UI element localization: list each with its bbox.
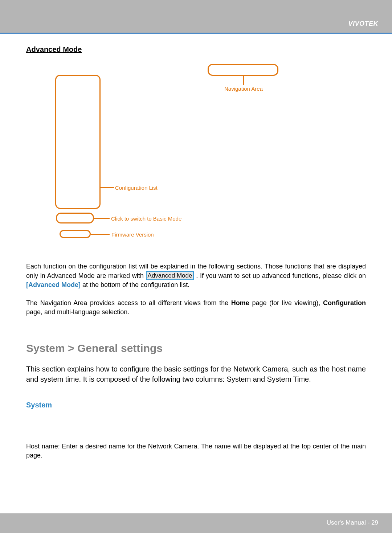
- nav-area-label: Navigation Area: [224, 86, 263, 92]
- hostname-paragraph: Host name: Enter a desired name for the …: [26, 442, 366, 460]
- interface-diagram: Navigation Area Configuration List Click…: [26, 60, 366, 260]
- home-bold: Home: [231, 299, 249, 307]
- brand-logo: VIVOTEK: [348, 20, 378, 28]
- hostname-text: : Enter a desired name for the Network C…: [26, 443, 366, 459]
- hostname-label: Host name: [26, 443, 58, 450]
- config-callout-line: [101, 187, 114, 188]
- basic-mode-box: [56, 213, 94, 223]
- footer-band: User's Manual - 29: [0, 513, 392, 533]
- basic-mode-label: Click to switch to Basic Mode: [111, 216, 181, 222]
- section-heading-system: System > General settings: [26, 342, 366, 354]
- config-list-box: [55, 75, 101, 209]
- para2-text-a: The Navigation Area provides access to a…: [26, 299, 231, 307]
- advanced-mode-badge: Advanced Mode: [146, 271, 194, 280]
- firmware-callout-line: [91, 234, 110, 235]
- page-content: Advanced Mode Navigation Area Configurat…: [0, 34, 392, 513]
- header-divider: [0, 33, 392, 34]
- para1-text-b: . If you want to set up advanced functio…: [196, 272, 366, 279]
- advanced-mode-link[interactable]: [Advanced Mode]: [26, 281, 81, 288]
- explanation-paragraph-1: Each function on the configuration list …: [26, 262, 366, 290]
- advanced-mode-heading: Advanced Mode: [26, 45, 366, 54]
- basic-callout-line: [94, 218, 110, 219]
- firmware-box: [60, 230, 91, 238]
- para2-text-b: page (for live viewing),: [252, 299, 323, 307]
- firmware-label: Firmware Version: [111, 231, 154, 238]
- footer-page-number: 29: [371, 519, 378, 526]
- config-bold: Configuration: [323, 299, 366, 307]
- explanation-paragraph-2: The Navigation Area provides access to a…: [26, 299, 366, 317]
- footer-manual-label: User's Manual -: [327, 519, 371, 526]
- para1-text-c: at the bottom of the configuration list.: [82, 281, 189, 288]
- para2-text-c: page, and multi-language selection.: [26, 308, 129, 316]
- config-list-label: Configuration List: [115, 185, 158, 191]
- footer-label: User's Manual - 29: [327, 519, 378, 526]
- system-intro-paragraph: This section explains how to configure t…: [26, 364, 366, 384]
- nav-area-box: [208, 64, 278, 76]
- nav-callout-line: [243, 76, 244, 85]
- header-band: VIVOTEK: [0, 0, 392, 33]
- system-subheading: System: [26, 401, 366, 409]
